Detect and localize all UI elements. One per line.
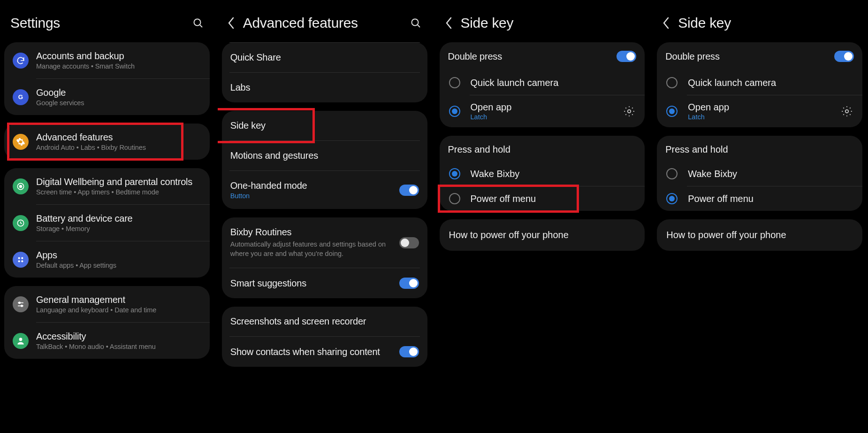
item-subtitle: Manage accounts • Smart Switch bbox=[36, 62, 201, 70]
radio-button[interactable] bbox=[449, 106, 460, 117]
advanced-item[interactable]: Screenshots and screen recorder bbox=[222, 307, 427, 336]
radio-button[interactable] bbox=[666, 193, 678, 204]
svg-point-4 bbox=[20, 185, 22, 187]
item-subtitle: Android Auto • Labs • Bixby Routines bbox=[36, 144, 201, 151]
settings-item[interactable]: GGoogleGoogle services bbox=[4, 79, 210, 115]
svg-point-13 bbox=[21, 305, 23, 306]
item-subtitle: TalkBack • Mono audio • Assistant menu bbox=[36, 343, 201, 350]
how-to-link[interactable]: How to power off your phone bbox=[440, 219, 645, 251]
radio-option[interactable]: Open appLatch bbox=[657, 95, 862, 127]
settings-item[interactable]: Digital Wellbeing and parental controlsS… bbox=[4, 168, 210, 204]
double-press-header[interactable]: Double press bbox=[657, 42, 862, 70]
double-press-toggle[interactable] bbox=[617, 51, 636, 62]
radio-sublabel: Latch bbox=[688, 113, 830, 121]
item-title: Apps bbox=[36, 250, 201, 261]
back-icon[interactable] bbox=[226, 18, 236, 28]
item-title: Google bbox=[36, 87, 201, 98]
item-title: Motions and gestures bbox=[230, 150, 419, 161]
radio-option[interactable]: Power off menu bbox=[440, 186, 645, 211]
item-title: Show contacts when sharing content bbox=[230, 347, 392, 357]
gear-icon bbox=[13, 134, 29, 150]
toggle[interactable] bbox=[399, 278, 419, 289]
item-subtitle: Default apps • App settings bbox=[36, 262, 201, 269]
press-hold-section: Press and holdWake BixbyPower off menu bbox=[657, 136, 862, 211]
double-press-section: Double pressQuick launch cameraOpen appL… bbox=[657, 42, 862, 127]
sync-icon bbox=[13, 53, 29, 69]
advanced-item[interactable]: Side key bbox=[222, 111, 427, 140]
radio-button[interactable] bbox=[666, 106, 678, 117]
page-title: Side key bbox=[678, 15, 856, 31]
settings-item[interactable]: General managementLanguage and keyboard … bbox=[4, 286, 210, 322]
radio-option[interactable]: Wake Bixby bbox=[657, 162, 862, 186]
double-press-header[interactable]: Double press bbox=[440, 42, 645, 70]
advanced-item[interactable]: Bixby RoutinesAutomatically adjust featu… bbox=[222, 217, 427, 268]
svg-point-18 bbox=[845, 110, 849, 113]
radio-label: Open app bbox=[471, 102, 613, 113]
advanced-item[interactable]: Show contacts when sharing content bbox=[222, 337, 427, 367]
page-title: Settings bbox=[10, 15, 186, 31]
advanced-item[interactable]: Labs bbox=[222, 73, 427, 102]
header: Side key bbox=[435, 0, 649, 42]
svg-point-15 bbox=[411, 19, 418, 26]
item-title: Advanced features bbox=[36, 132, 201, 143]
page-title: Side key bbox=[461, 15, 639, 31]
search-icon[interactable] bbox=[410, 17, 421, 29]
back-icon[interactable] bbox=[444, 18, 454, 28]
toggle[interactable] bbox=[399, 185, 419, 196]
settings-screen: Settings Accounts and backupManage accou… bbox=[0, 0, 215, 433]
press-hold-section: Press and holdWake BixbyPower off menu bbox=[440, 136, 645, 211]
g-icon: G bbox=[13, 89, 29, 105]
header: Settings bbox=[0, 0, 214, 42]
header: Advanced features bbox=[218, 0, 432, 42]
side-key-screen-before: Side key Double pressQuick launch camera… bbox=[435, 0, 651, 433]
gear-icon[interactable] bbox=[841, 105, 853, 117]
item-subtitle: Language and keyboard • Date and time bbox=[36, 306, 201, 314]
toggle[interactable] bbox=[399, 237, 419, 248]
advanced-item[interactable]: Motions and gestures bbox=[222, 141, 427, 170]
svg-point-7 bbox=[21, 257, 23, 259]
svg-point-17 bbox=[628, 110, 631, 113]
settings-item[interactable]: AccessibilityTalkBack • Mono audio • Ass… bbox=[4, 323, 210, 359]
settings-item[interactable]: Battery and device careStorage • Memory bbox=[4, 205, 210, 241]
item-description: Automatically adjust features and settin… bbox=[230, 240, 392, 258]
radio-button[interactable] bbox=[666, 77, 678, 88]
radio-option[interactable]: Open appLatch bbox=[440, 95, 645, 127]
advanced-item[interactable]: One-handed modeButton bbox=[222, 171, 427, 209]
settings-group: Digital Wellbeing and parental controlsS… bbox=[4, 168, 210, 278]
settings-item[interactable]: AppsDefault apps • App settings bbox=[4, 241, 210, 278]
item-title: One-handed mode bbox=[230, 180, 392, 191]
radio-label: Power off menu bbox=[688, 193, 853, 204]
radio-option[interactable]: Power off menu bbox=[657, 186, 862, 211]
gear-icon[interactable] bbox=[623, 105, 635, 117]
radio-option[interactable]: Quick launch camera bbox=[657, 70, 862, 95]
item-title: Labs bbox=[230, 82, 419, 93]
radio-label: Power off menu bbox=[471, 193, 636, 204]
settings-item[interactable]: Advanced featuresAndroid Auto • Labs • B… bbox=[4, 124, 210, 160]
back-icon[interactable] bbox=[661, 18, 671, 28]
svg-point-6 bbox=[18, 257, 20, 259]
radio-sublabel: Latch bbox=[471, 113, 613, 121]
advanced-group: Quick ShareLabs bbox=[222, 42, 427, 102]
search-icon[interactable] bbox=[192, 17, 204, 29]
section-label: Double press bbox=[448, 51, 609, 62]
radio-button[interactable] bbox=[449, 168, 460, 179]
double-press-toggle[interactable] bbox=[834, 51, 854, 62]
advanced-item[interactable]: Quick Share bbox=[222, 43, 427, 72]
radio-button[interactable] bbox=[449, 193, 460, 204]
sliders-icon bbox=[13, 296, 29, 312]
advanced-group: Screenshots and screen recorderShow cont… bbox=[222, 307, 427, 367]
radio-option[interactable]: Quick launch camera bbox=[440, 70, 645, 95]
advanced-item[interactable]: Smart suggestions bbox=[222, 268, 427, 298]
settings-item[interactable]: Accounts and backupManage accounts • Sma… bbox=[4, 42, 210, 78]
toggle[interactable] bbox=[399, 346, 419, 357]
radio-button[interactable] bbox=[449, 77, 460, 88]
how-to-link[interactable]: How to power off your phone bbox=[657, 219, 862, 251]
item-subtitle: Button bbox=[230, 192, 392, 200]
section-label: Press and hold bbox=[657, 136, 862, 162]
item-subtitle: Storage • Memory bbox=[36, 225, 201, 232]
section-label: Press and hold bbox=[440, 136, 645, 162]
target-icon bbox=[13, 178, 29, 194]
radio-option[interactable]: Wake Bixby bbox=[440, 162, 645, 186]
radio-button[interactable] bbox=[666, 168, 678, 179]
item-title: Smart suggestions bbox=[230, 278, 392, 289]
